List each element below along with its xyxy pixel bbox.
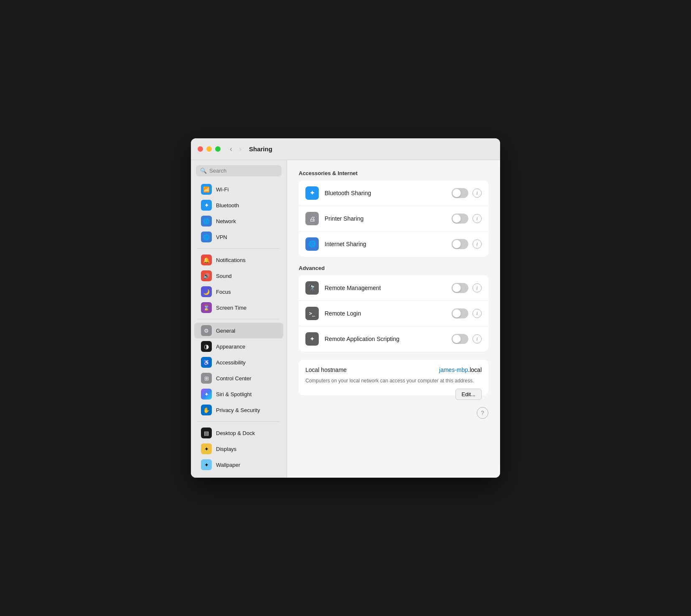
sound-icon: 🔊 [201,270,212,281]
bluetooth-sharing-info-button[interactable]: i [473,188,482,198]
remote-login-label: Remote Login [325,310,446,317]
control-center-icon: ⊞ [201,373,212,384]
sidebar-item-label: Bluetooth [216,202,239,209]
sidebar-item-appearance[interactable]: ◑ Appearance [194,339,283,354]
help-button[interactable]: ? [477,407,488,419]
bluetooth-sharing-toggle[interactable] [452,188,468,198]
printer-sharing-controls: i [452,214,482,224]
remote-management-icon: 🔭 [305,281,319,295]
remote-login-info-button[interactable]: i [473,309,482,318]
sidebar-item-label: Notifications [216,257,246,263]
sidebar-item-wallpaper[interactable]: ✦ Wallpaper [194,457,283,473]
printer-sharing-info-button[interactable]: i [473,214,482,223]
edit-hostname-button[interactable]: Edit... [455,389,482,400]
sidebar-item-label: Desktop & Dock [216,430,255,436]
remote-scripting-toggle[interactable] [452,334,468,344]
sidebar-divider [198,319,280,319]
siri-icon: ✦ [201,389,212,400]
remote-scripting-icon: ✦ [305,332,319,346]
printer-sharing-row: 🖨 Printer Sharing i [299,206,488,232]
hostname-suffix: .local [468,367,482,373]
hostname-value: james-mbp.local [439,367,482,373]
sidebar-item-wifi[interactable]: 📶 Wi-Fi [194,181,283,197]
remote-scripting-row: ✦ Remote Application Scripting i [299,326,488,351]
search-bar[interactable]: 🔍 [196,165,282,176]
printer-sharing-icon: 🖨 [305,212,319,225]
sidebar-divider [198,248,280,249]
sidebar-item-sound[interactable]: 🔊 Sound [194,268,283,284]
sidebar-item-vpn[interactable]: 🌐 VPN [194,229,283,245]
main-content: Accessories & Internet ✦ Bluetooth Shari… [287,160,500,478]
nav-buttons: ‹ › [227,144,244,154]
remote-login-toggle[interactable] [452,308,468,318]
sidebar-item-label: Wallpaper [216,462,240,468]
sidebar-item-label: Focus [216,289,231,295]
accessories-card: ✦ Bluetooth Sharing i 🖨 Printer Sharing [299,181,488,257]
system-preferences-window: ‹ › Sharing 🔍 📶 Wi-Fi ✦ Bluetooth [191,138,500,478]
hostname-link-part: james-mbp [439,367,468,373]
internet-sharing-row: 🌐 Internet Sharing i [299,232,488,257]
vpn-icon: 🌐 [201,232,212,242]
sidebar-item-screen-time[interactable]: ⌛ Screen Time [194,300,283,316]
minimize-button[interactable] [206,146,212,152]
remote-management-label: Remote Management [325,285,446,291]
sidebar-item-label: VPN [216,234,227,240]
sidebar-item-control-center[interactable]: ⊞ Control Center [194,370,283,386]
sidebar-item-privacy[interactable]: ✋ Privacy & Security [194,402,283,418]
back-button[interactable]: ‹ [227,144,235,154]
remote-management-row: 🔭 Remote Management i [299,275,488,301]
hostname-description: Computers on your local network can acce… [305,377,482,384]
sidebar-item-label: Screen Time [216,305,246,311]
remote-management-toggle[interactable] [452,283,468,293]
remote-login-icon: >_ [305,307,319,320]
search-input[interactable] [209,168,277,174]
sidebar-item-notifications[interactable]: 🔔 Notifications [194,252,283,268]
content-area: 🔍 📶 Wi-Fi ✦ Bluetooth 🌐 Networ [191,160,500,478]
hostname-row: Local hostname james-mbp.local [305,367,482,373]
bluetooth-sharing-icon: ✦ [305,186,319,200]
sidebar-item-siri[interactable]: ✦ Siri & Spotlight [194,386,283,402]
titlebar: ‹ › Sharing [191,138,500,160]
general-icon: ⚙ [201,325,212,336]
printer-sharing-toggle[interactable] [452,214,468,224]
internet-sharing-info-button[interactable]: i [473,239,482,249]
bluetooth-sharing-controls: i [452,188,482,198]
forward-button[interactable]: › [236,144,244,154]
sidebar-item-label: General [216,328,235,334]
sidebar-item-accessibility[interactable]: ♿ Accessibility [194,354,283,370]
remote-management-info-button[interactable]: i [473,283,482,293]
internet-sharing-controls: i [452,239,482,249]
accessories-section-label: Accessories & Internet [299,170,488,176]
bluetooth-sharing-label: Bluetooth Sharing [325,190,446,196]
sidebar-item-label: Appearance [216,344,245,350]
sidebar-item-network[interactable]: 🌐 Network [194,213,283,229]
sidebar-item-label: Siri & Spotlight [216,391,252,397]
sidebar-item-label: Wi-Fi [216,186,229,193]
sidebar-item-general[interactable]: ⚙ General [194,323,283,339]
search-icon: 🔍 [200,168,207,174]
printer-sharing-label: Printer Sharing [325,215,446,222]
internet-sharing-toggle[interactable] [452,239,468,249]
bluetooth-sharing-row: ✦ Bluetooth Sharing i [299,181,488,206]
close-button[interactable] [198,146,203,152]
sidebar: 🔍 📶 Wi-Fi ✦ Bluetooth 🌐 Networ [191,160,287,478]
sidebar-item-label: Accessibility [216,359,246,366]
sidebar-item-focus[interactable]: 🌙 Focus [194,284,283,300]
sidebar-item-displays[interactable]: ✦ Displays [194,441,283,457]
bluetooth-icon: ✦ [201,200,212,211]
hostname-card: Local hostname james-mbp.local Computers… [299,360,488,395]
notifications-icon: 🔔 [201,255,212,265]
sidebar-divider [198,421,280,422]
hostname-label: Local hostname [305,367,347,373]
sidebar-item-label: Sound [216,273,232,279]
remote-scripting-info-button[interactable]: i [473,334,482,344]
remote-management-controls: i [452,283,482,293]
sidebar-item-label: Privacy & Security [216,407,260,413]
advanced-section-label: Advanced [299,265,488,271]
maximize-button[interactable] [215,146,221,152]
window-title: Sharing [249,145,272,153]
remote-scripting-label: Remote Application Scripting [325,336,446,342]
remote-login-controls: i [452,308,482,318]
sidebar-item-bluetooth[interactable]: ✦ Bluetooth [194,197,283,213]
sidebar-item-desktop-dock[interactable]: ▤ Desktop & Dock [194,425,283,441]
